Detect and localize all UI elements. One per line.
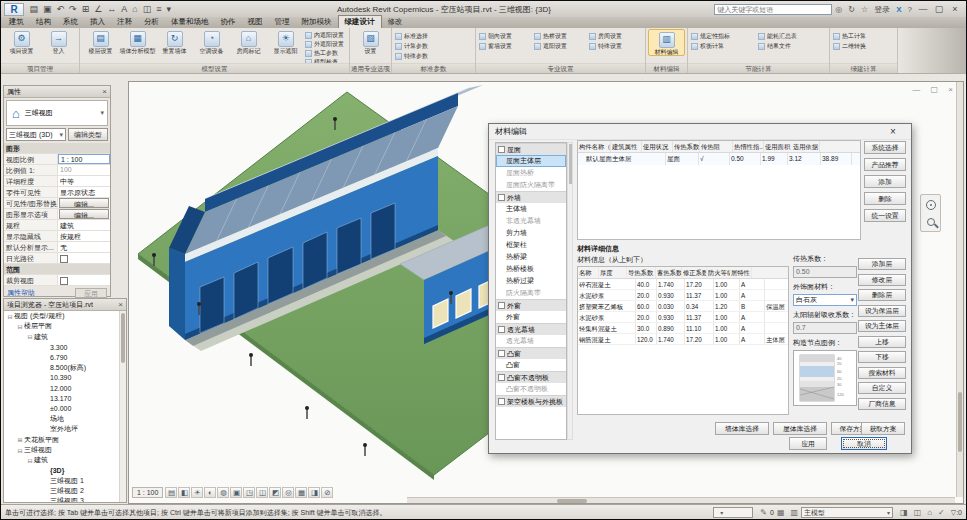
signin-link[interactable]: 登录 bbox=[871, 4, 893, 15]
ribbon-small-button[interactable]: 外遮阳设置 bbox=[304, 40, 344, 49]
ribbon-small-button[interactable]: 内遮阳设置 bbox=[304, 31, 344, 40]
selection-filter-count[interactable]: ▽:0 bbox=[948, 509, 962, 517]
qat-icon[interactable]: ▣ bbox=[41, 2, 55, 16]
ribbon-tab[interactable]: 建筑 bbox=[3, 16, 30, 28]
qat-icon[interactable]: ▾ bbox=[164, 2, 174, 16]
tree-expand-icon[interactable]: ⊟ bbox=[16, 323, 24, 330]
type-selector[interactable]: ⌂ 三维视图 ▾ bbox=[6, 100, 108, 126]
cancel-button[interactable]: 取消 bbox=[841, 437, 887, 450]
dialog-side-button[interactable]: 产品推荐 bbox=[864, 158, 906, 171]
worksets-icon[interactable]: ▦ bbox=[774, 508, 788, 517]
view-control-icon[interactable]: ▦ bbox=[295, 487, 307, 498]
help-icon[interactable]: ? bbox=[905, 5, 915, 14]
press-drag-icon[interactable]: ◫ bbox=[911, 508, 925, 517]
exclude-options-icon[interactable]: ◨ bbox=[897, 508, 911, 517]
maximize-button[interactable]: ▢ bbox=[931, 4, 947, 14]
category-tree-item[interactable]: 框架柱 bbox=[496, 239, 566, 251]
apply-button[interactable]: 应用 bbox=[789, 437, 827, 450]
tree-expand-icon[interactable]: ⊟ bbox=[16, 447, 24, 454]
qat-icon[interactable]: ▤ bbox=[27, 2, 41, 16]
close-icon[interactable]: × bbox=[102, 87, 107, 96]
material-row[interactable]: 钢筋混凝土120.01.740 17.201.00A 主体层 bbox=[578, 334, 788, 345]
select-underlay-icon[interactable]: ⌂ bbox=[924, 508, 935, 517]
component-table-row[interactable]: 默认屋面主体层屋面 √0.50 1.993.12 38.89 bbox=[578, 153, 860, 165]
search-icon[interactable]: ◎ bbox=[832, 5, 845, 14]
category-tree-item[interactable]: 凸窗不透明板 bbox=[496, 383, 566, 395]
material-row[interactable]: 碎石混凝土40.01.740 17.201.00A bbox=[578, 279, 788, 290]
horizontal-scrollbar[interactable] bbox=[407, 497, 955, 503]
ribbon-tab[interactable]: 附加模块 bbox=[296, 16, 338, 28]
browser-tree-item[interactable]: ⊟ 视图 (类型/规程) bbox=[4, 311, 126, 321]
ribbon-button[interactable]: ⚙项目设置 bbox=[3, 29, 40, 54]
category-tree-item[interactable]: 剪力墙 bbox=[496, 227, 566, 239]
browser-tree-item[interactable]: 3.300 bbox=[4, 342, 126, 352]
layer-action-button[interactable]: 下移 bbox=[858, 351, 906, 363]
browser-tree-item[interactable]: ⊟ 楼层平面 bbox=[4, 321, 126, 331]
category-tree-item[interactable]: 外墙 bbox=[496, 191, 566, 203]
view-control-icon[interactable]: ◨ bbox=[308, 487, 320, 498]
category-tree-item[interactable]: 透光幕墙 bbox=[496, 335, 566, 347]
scrollbar-thumb[interactable] bbox=[557, 499, 587, 503]
material-row[interactable]: 挤塑聚苯乙烯板60.00.030 0.341.20B 保温层 bbox=[578, 301, 788, 312]
view-control-icon[interactable]: ◩ bbox=[269, 487, 281, 498]
browser-tree-item[interactable]: 12.000 bbox=[4, 383, 126, 393]
ribbon-small-button[interactable]: 朝向设置 bbox=[478, 31, 530, 41]
dialog-side-button[interactable]: 添加 bbox=[864, 175, 906, 188]
ribbon-tab[interactable]: 体量和场地 bbox=[165, 16, 215, 28]
sync-icon[interactable]: ↻ bbox=[845, 5, 858, 14]
ribbon-button[interactable]: ↻重置墙体 bbox=[156, 29, 193, 62]
ribbon-small-button[interactable]: 结果文件 bbox=[757, 41, 821, 51]
ribbon-small-button[interactable]: 规定性指标 bbox=[690, 31, 754, 41]
browser-tree-item[interactable]: 三维视图 3 bbox=[4, 496, 126, 503]
ribbon-small-button[interactable]: 计算参数 bbox=[394, 41, 432, 51]
qat-icon[interactable]: ◫ bbox=[140, 2, 154, 16]
qat-icon[interactable]: ⊞ bbox=[79, 2, 92, 16]
browser-scrollbar[interactable] bbox=[119, 311, 126, 502]
view-control-icon[interactable]: ◍ bbox=[217, 487, 229, 498]
ribbon-tab[interactable]: 结构 bbox=[30, 16, 57, 28]
layer-action-button[interactable]: 上移 bbox=[858, 336, 906, 348]
ribbon-small-button[interactable]: 二维转换 bbox=[832, 41, 892, 51]
apply-button[interactable]: 应用 bbox=[75, 288, 107, 298]
category-tree-item[interactable]: 主体墙 bbox=[496, 203, 566, 215]
category-tree-item[interactable]: 凸窗 bbox=[496, 359, 566, 371]
layer-action-button[interactable]: 厂商信息 bbox=[858, 398, 906, 410]
scrollbar-thumb[interactable] bbox=[958, 392, 962, 452]
qat-icon[interactable]: ↶ bbox=[54, 2, 67, 16]
ribbon-small-button[interactable]: 权衡计算 bbox=[690, 41, 754, 51]
category-tree-item[interactable]: 凸窗不透明板 bbox=[496, 371, 566, 383]
wall-library-button[interactable]: 墙体库选择 bbox=[715, 422, 769, 435]
dialog-side-button[interactable]: 删除 bbox=[864, 192, 906, 205]
view-control-icon[interactable]: ◎ bbox=[282, 487, 294, 498]
category-tree-item[interactable]: 屋面热桥 bbox=[496, 167, 566, 179]
browser-tree-item[interactable]: 13.170 bbox=[4, 393, 126, 403]
view-control-icon[interactable]: ☀ bbox=[191, 487, 203, 498]
properties-help-link[interactable]: 属性帮助 bbox=[7, 288, 35, 298]
ribbon-tab[interactable]: 修改 bbox=[382, 16, 409, 28]
ribbon-small-button[interactable]: 热工参数 bbox=[304, 49, 344, 58]
layer-action-button[interactable]: 删除层 bbox=[858, 289, 906, 301]
material-row[interactable]: 轻集料混凝土30.00.890 11.101.00A bbox=[578, 323, 788, 334]
ribbon-small-button[interactable]: 热桥设置 bbox=[533, 31, 585, 41]
revit-logo-icon[interactable]: R bbox=[4, 3, 24, 16]
browser-tree-item[interactable]: 10.390 bbox=[4, 373, 126, 383]
browser-tree-item[interactable]: ±0.000 bbox=[4, 404, 126, 414]
ribbon-tab[interactable]: 绿建设计 bbox=[338, 15, 382, 28]
ribbon-small-button[interactable]: 房间设置 bbox=[588, 31, 640, 41]
category-tree-item[interactable]: 凸窗 bbox=[496, 347, 566, 359]
ribbon-button[interactable]: ▦墙体分析模型 bbox=[119, 29, 156, 62]
close-button[interactable]: × bbox=[947, 4, 963, 14]
finish-material-combo[interactable]: 白石灰▾ bbox=[793, 294, 857, 306]
qat-icon[interactable]: ↔ bbox=[105, 2, 119, 16]
worksharing-display-icon[interactable]: ▥ bbox=[788, 508, 802, 517]
layer-action-button[interactable]: 修改层 bbox=[858, 274, 906, 286]
layer-action-button[interactable]: 添加层 bbox=[858, 258, 906, 270]
qat-icon[interactable]: A bbox=[119, 2, 130, 16]
view-control-icon[interactable]: ◧ bbox=[178, 487, 190, 498]
dialog-side-button[interactable]: 系统选择 bbox=[864, 141, 906, 154]
tree-expand-icon[interactable]: ⊟ bbox=[26, 333, 34, 340]
browser-tree-item[interactable]: 室外地坪 bbox=[4, 424, 126, 434]
category-tree-item[interactable]: 非透光幕墙 bbox=[496, 215, 566, 227]
category-tree-item[interactable]: 外窗 bbox=[496, 311, 566, 323]
browser-tree-item[interactable]: 三维视图 2 bbox=[4, 486, 126, 496]
